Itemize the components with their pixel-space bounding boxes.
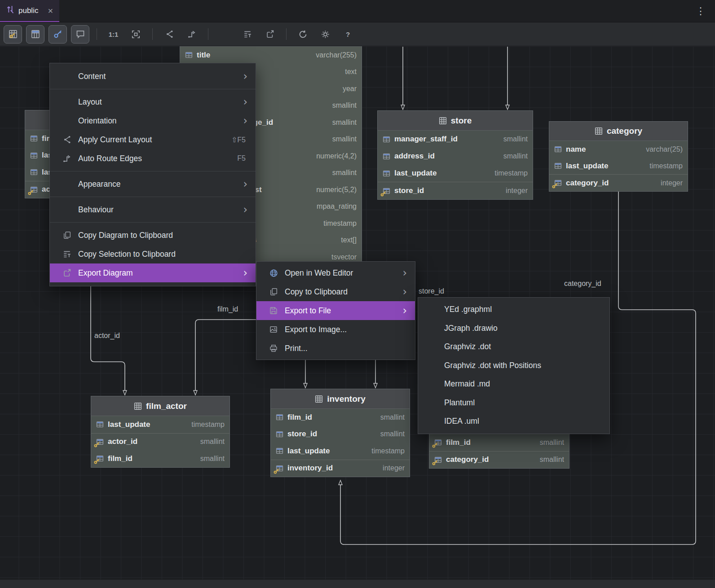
- table-node-store[interactable]: storemanager_staff_idsmallintaddress_ids…: [377, 110, 533, 200]
- table-header[interactable]: store: [378, 111, 533, 131]
- table-row-last_update[interactable]: last_updatetimestamp: [378, 165, 533, 182]
- comment-button[interactable]: [71, 25, 89, 44]
- table-row-store_id[interactable]: store_idinteger: [378, 182, 533, 199]
- column-type: year: [343, 85, 357, 93]
- menu-item-label: Apply Current Layout: [78, 135, 152, 145]
- primary-key-column-icon: [434, 456, 442, 464]
- column-icon: [383, 170, 390, 177]
- table-row-last_update[interactable]: last_updatetimestamp: [91, 416, 230, 433]
- menu-item-mermaid-md[interactable]: Mermaid .md: [418, 375, 609, 394]
- copy-selection-button[interactable]: [238, 25, 256, 44]
- menu-item-copy-diagram-to-clipboard[interactable]: Copy Diagram to Clipboard: [50, 226, 256, 245]
- comment-icon: [76, 30, 85, 39]
- menu-item-label: IDEA .uml: [444, 417, 479, 426]
- column-name: film_id: [287, 413, 312, 422]
- zoom-actual-button[interactable]: 1:1: [104, 25, 123, 44]
- menu-item-appearance[interactable]: Appearance›: [50, 175, 256, 193]
- table-row-film_id[interactable]: film_idsmallint: [271, 409, 410, 426]
- table-node-category[interactable]: categorynamevarchar(25)last_updatetimest…: [549, 121, 688, 192]
- printer-icon: [268, 344, 279, 352]
- menu-item-graphviz-dot-with-positions[interactable]: Graphviz .dot with Positions: [418, 356, 609, 375]
- scrollbar-horizontal[interactable]: [0, 579, 715, 588]
- menu-item-layout[interactable]: Layout›: [50, 92, 256, 111]
- table-node-inventory[interactable]: inventoryfilm_idsmallintstore_idsmallint…: [270, 389, 410, 477]
- tab-public[interactable]: public ×: [0, 0, 59, 22]
- kebab-menu-icon[interactable]: ⋮: [687, 0, 715, 22]
- help-button[interactable]: ?: [339, 25, 357, 44]
- table-row-last_update[interactable]: last_updatetimestamp: [549, 158, 688, 174]
- tab-bar: public × ⋮: [0, 0, 715, 22]
- table-header[interactable]: inventory: [271, 389, 410, 409]
- table-row-category_id[interactable]: category_idinteger: [549, 175, 688, 191]
- menu-item-plantuml[interactable]: Plantuml: [418, 394, 609, 412]
- menu-item-auto-route-edges[interactable]: Auto Route EdgesF5: [50, 149, 256, 168]
- apply-layout-button[interactable]: [160, 25, 178, 44]
- copy-selection-icon: [62, 250, 72, 258]
- table-grid-icon: [439, 117, 447, 125]
- column-type: varchar(255): [316, 51, 357, 59]
- chevron-right-icon: ›: [243, 115, 249, 126]
- column-name: last_update: [566, 162, 608, 171]
- primary-key-column-icon: [276, 465, 283, 472]
- table-row-name[interactable]: namevarchar(25): [549, 141, 688, 158]
- table-header[interactable]: category: [549, 122, 688, 141]
- table-node-film_actor[interactable]: film_actorlast_updatetimestampactor_idsm…: [91, 396, 230, 468]
- table-header[interactable]: film_actor: [91, 396, 230, 416]
- menu-item-print[interactable]: Print...: [256, 339, 415, 358]
- export-diagram-submenu: Open in Web Editor›Copy to Clipboard›Exp…: [256, 261, 415, 360]
- menu-item-label: Graphviz .dot: [444, 342, 491, 351]
- menu-item-content[interactable]: Content›: [50, 67, 256, 86]
- fit-content-button[interactable]: [127, 25, 145, 44]
- menu-item-yed-graphml[interactable]: YEd .graphml: [418, 300, 609, 319]
- menu-item-orientation[interactable]: Orientation›: [50, 111, 256, 130]
- menu-item-open-in-web-editor[interactable]: Open in Web Editor›: [256, 263, 415, 282]
- export-button[interactable]: [260, 25, 279, 44]
- column-type: smallint: [332, 135, 357, 143]
- table-button[interactable]: [26, 25, 44, 44]
- column-type: smallint: [540, 456, 564, 464]
- menu-item-behaviour[interactable]: Behaviour›: [50, 200, 256, 219]
- close-icon[interactable]: ×: [48, 6, 53, 15]
- column-name: last_update: [287, 447, 330, 456]
- chevron-right-icon: ›: [243, 179, 249, 189]
- menu-item-label: Copy to Clipboard: [285, 287, 348, 297]
- copy-icon: [62, 231, 72, 239]
- menu-item-idea-uml[interactable]: IDEA .uml: [418, 412, 609, 431]
- table-row-address_id[interactable]: address_idsmallint: [378, 148, 533, 165]
- column-type: smallint: [380, 413, 405, 421]
- menu-item-graphviz-dot[interactable]: Graphviz .dot: [418, 338, 609, 356]
- table-row-title[interactable]: titlevarchar(255): [180, 47, 362, 64]
- settings-button[interactable]: [316, 25, 335, 44]
- refresh-icon: [299, 30, 307, 39]
- table-key-button[interactable]: [4, 25, 22, 44]
- menu-item-apply-current-layout[interactable]: Apply Current Layout⇧F5: [50, 130, 256, 149]
- table-row-inventory_id[interactable]: inventory_idinteger: [271, 460, 410, 477]
- route-edges-button[interactable]: [182, 25, 201, 44]
- menu-item-export-to-image[interactable]: Export to Image...: [256, 320, 415, 339]
- route-edges-icon: [188, 30, 196, 38]
- menu-item-label: Export to File: [285, 306, 331, 316]
- column-icon: [554, 145, 562, 153]
- column-type: smallint: [332, 118, 357, 127]
- column-type: timestamp: [371, 447, 405, 455]
- key-button[interactable]: [49, 25, 67, 44]
- copy-diagram-button[interactable]: [216, 25, 234, 44]
- table-row-film_id[interactable]: film_idsmallint: [429, 434, 569, 451]
- table-row-store_id[interactable]: store_idsmallint: [271, 426, 410, 443]
- menu-item-export-diagram[interactable]: Export Diagram›: [50, 263, 256, 282]
- route-edges-icon: [62, 154, 72, 162]
- column-type: tsvector: [331, 253, 357, 261]
- table-row-last_update[interactable]: last_updatetimestamp: [271, 443, 410, 460]
- menu-item-export-to-file[interactable]: Export to File›: [256, 301, 415, 320]
- table-row-manager_staff_id[interactable]: manager_staff_idsmallint: [378, 131, 533, 148]
- menu-item-copy-to-clipboard[interactable]: Copy to Clipboard›: [256, 282, 415, 301]
- menu-item-label: Appearance: [78, 180, 120, 189]
- menu-item-copy-selection-to-clipboard[interactable]: Copy Selection to Clipboard: [50, 245, 256, 263]
- refresh-button[interactable]: [294, 25, 312, 44]
- table-row-category_id[interactable]: category_idsmallint: [429, 452, 569, 469]
- menu-item-jgraph-drawio[interactable]: JGraph .drawio: [418, 319, 609, 338]
- toolbar-separator: [208, 28, 208, 40]
- table-row-actor_id[interactable]: actor_idsmallint: [91, 434, 230, 451]
- column-icon: [383, 153, 390, 160]
- table-row-film_id[interactable]: film_idsmallint: [91, 450, 230, 467]
